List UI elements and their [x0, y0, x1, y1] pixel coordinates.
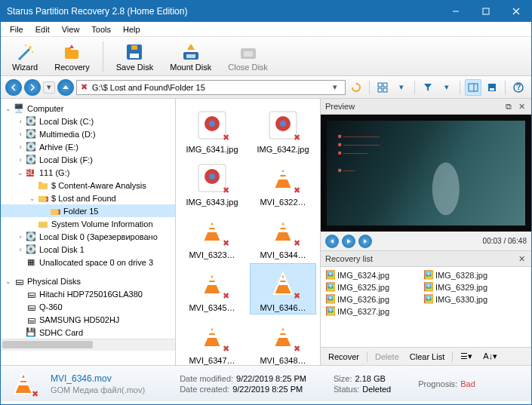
drive-icon: 💽	[25, 116, 37, 127]
play-button[interactable]	[342, 235, 355, 248]
tree-local-0[interactable]: ›💽Local Disk 0 (Зарезервировано	[1, 230, 175, 243]
save-disk-icon	[124, 41, 145, 63]
file-item[interactable]: ✖IMG_6342.jpg	[250, 105, 316, 156]
svg-rect-65	[280, 330, 286, 333]
recovery-item[interactable]: 🖼️IMG_6329.jpg	[423, 282, 514, 293]
close-button[interactable]	[501, 1, 531, 22]
file-item[interactable]: ✖MVI_6348…	[250, 316, 316, 365]
tree-local-c[interactable]: ›💽Local Disk (C:)	[1, 115, 175, 127]
view-dropdown[interactable]: ▾	[393, 79, 410, 96]
tree-content-aware[interactable]: $ Content-Aware Analysis	[1, 179, 175, 192]
refresh-button[interactable]	[348, 79, 364, 96]
close-disk-button: Close Disk	[221, 39, 275, 74]
menu-edit[interactable]: Edit	[29, 23, 56, 35]
recovery-item[interactable]: 🖼️IMG_6324.jpg	[325, 270, 416, 281]
sort-button[interactable]: A↓▾	[480, 351, 500, 362]
view-thumbnails-button[interactable]	[374, 79, 391, 96]
tree-samsung[interactable]: 🖴SAMSUNG HD502HJ	[1, 313, 175, 326]
preview-popout-icon[interactable]: ⧉	[503, 101, 514, 112]
recovery-button[interactable]: Recovery	[48, 39, 96, 74]
tree-scrollbar[interactable]	[1, 339, 175, 351]
hdd-icon: 🖴	[25, 302, 37, 312]
tree-sysvol[interactable]: System Volume Information	[1, 217, 175, 230]
svg-rect-17	[383, 83, 387, 87]
status-created-key: Date created:	[180, 385, 229, 394]
tree-folder15[interactable]: ✖Folder 15	[1, 204, 175, 217]
address-dropdown[interactable]: ▾	[333, 82, 343, 92]
tree-multimedia[interactable]: ›💽Multimedia (D:)	[1, 127, 175, 140]
tree-computer[interactable]: ⌄🖥️Computer	[1, 102, 175, 115]
minimize-button[interactable]	[441, 1, 471, 22]
recovery-item[interactable]: 🖼️IMG_6328.jpg	[423, 270, 514, 281]
menu-help[interactable]: Help	[117, 23, 146, 35]
nav-forward-button[interactable]	[24, 79, 41, 96]
svg-text:✖: ✖	[57, 207, 60, 216]
tree-unalloc[interactable]: ▦Unallocated space 0 on drive 3	[1, 256, 175, 268]
help-button[interactable]: ?	[510, 79, 527, 96]
recovery-icon	[61, 41, 82, 63]
svg-rect-20	[469, 84, 478, 91]
recover-button[interactable]: Recover	[325, 351, 362, 362]
tree-hitachi[interactable]: 🖴Hitachi HDP725016GLA380	[1, 287, 175, 300]
svg-text:✖: ✖	[223, 291, 229, 300]
preview-toggle-button[interactable]	[465, 79, 481, 96]
save-disk-button[interactable]: Save Disk	[109, 39, 161, 74]
next-button[interactable]	[358, 235, 372, 248]
list-view-button[interactable]: ☰▾	[457, 351, 475, 362]
preview-area[interactable]: ■ ——————■ ——————■ ————■ ——	[321, 115, 531, 232]
tree-physical[interactable]: ⌄🖴Physical Disks	[1, 275, 175, 287]
sd-icon: SD	[25, 167, 37, 178]
save-button[interactable]	[484, 79, 500, 96]
status-size-val: 2.18 GB	[355, 374, 386, 383]
svg-rect-15	[244, 51, 253, 57]
address-input[interactable]	[92, 83, 330, 92]
recovery-toolbar: Recover Delete Clear List ☰▾ A↓▾	[321, 347, 531, 365]
file-list[interactable]: ✖IMG_6341.jpg ✖IMG_6342.jpg ✖IMG_6343.jp…	[176, 99, 320, 365]
tree-local-1[interactable]: ›💽Local Disk 1	[1, 243, 175, 256]
file-item[interactable]: ✖MVI_6347…	[179, 316, 245, 365]
wizard-button[interactable]: Wizard	[5, 39, 45, 74]
menu-view[interactable]: View	[56, 23, 86, 35]
menu-tools[interactable]: Tools	[85, 23, 117, 35]
nav-back-button[interactable]	[5, 79, 22, 96]
folder-tree[interactable]: ⌄🖥️Computer ›💽Local Disk (C:) ›💽Multimed…	[1, 99, 176, 365]
recovery-list[interactable]: 🖼️IMG_6324.jpg 🖼️IMG_6328.jpg 🖼️IMG_6325…	[321, 267, 531, 347]
filter-button[interactable]	[420, 79, 436, 96]
tree-arhive[interactable]: ›💽Arhive (E:)	[1, 140, 175, 153]
physical-icon: 🖴	[13, 276, 25, 287]
mount-disk-button[interactable]: Mount Disk	[163, 39, 218, 74]
svg-text:✖: ✖	[32, 389, 38, 398]
jpg-small-icon: 🖼️	[325, 270, 336, 281]
file-item[interactable]: ✖MVI_6322…	[250, 158, 316, 209]
menubar: File Edit View Tools Help	[1, 22, 531, 37]
clear-list-button[interactable]: Clear List	[407, 351, 447, 362]
recovery-item[interactable]: 🖼️IMG_6325.jpg	[325, 282, 416, 293]
video-icon: ✖	[265, 318, 301, 354]
menu-file[interactable]: File	[4, 23, 29, 35]
filter-dropdown[interactable]: ▾	[438, 79, 455, 96]
recovery-list-close-icon[interactable]: ✕	[516, 253, 527, 264]
file-item[interactable]: ✖IMG_6341.jpg	[179, 105, 245, 156]
address-bar[interactable]: ✖ ▾	[76, 80, 346, 95]
maximize-button[interactable]	[471, 1, 501, 22]
file-item[interactable]: ✖MVI_6345…	[179, 263, 245, 314]
file-item[interactable]: ✖IMG_6343.jpg	[179, 158, 245, 209]
svg-text:✖: ✖	[223, 133, 229, 142]
tree-sdhc[interactable]: 💾SDHC Card	[1, 326, 175, 339]
tree-local-f[interactable]: ›💽Local Disk (F:)	[1, 153, 175, 166]
recovery-item[interactable]: 🖼️IMG_6330.jpg	[423, 294, 514, 305]
svg-point-41	[280, 121, 286, 127]
file-item[interactable]: ✖MVI_6346…	[250, 263, 316, 314]
tree-lost-found[interactable]: ⌄✖$ Lost and Found	[1, 192, 175, 204]
drive-icon: 💽	[25, 232, 37, 242]
file-item[interactable]: ✖MVI_6344…	[250, 210, 316, 262]
recovery-item[interactable]: 🖼️IMG_6326.jpg	[325, 294, 416, 305]
nav-history-dropdown[interactable]: ▾	[43, 81, 55, 94]
recovery-item[interactable]: 🖼️IMG_6327.jpg	[325, 306, 416, 317]
file-item[interactable]: ✖MVI_6323…	[179, 210, 245, 262]
tree-q360[interactable]: 🖴Q-360	[1, 300, 175, 313]
preview-close-icon[interactable]: ✕	[516, 101, 527, 112]
nav-up-button[interactable]	[57, 79, 74, 96]
tree-drive-g[interactable]: ⌄SD111 (G:)	[1, 166, 175, 179]
prev-button[interactable]	[325, 235, 339, 248]
